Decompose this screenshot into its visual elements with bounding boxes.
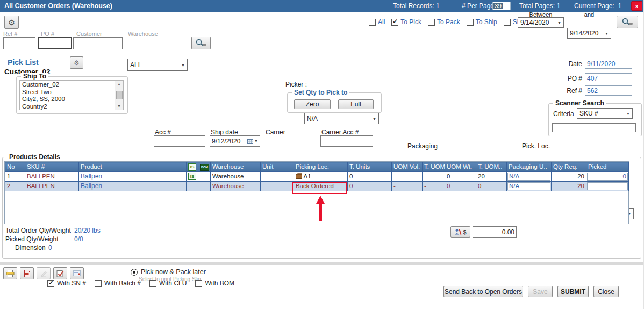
packaging-uom-box[interactable]: N/A [507, 182, 550, 190]
filter-to-ship-label[interactable]: To Ship [476, 18, 497, 26]
date-to-select[interactable]: 9/14/2020▼ [567, 28, 611, 39]
is-icon: IS [188, 163, 196, 171]
amount-input[interactable]: 0.00 [473, 226, 517, 238]
full-button[interactable]: Full [338, 99, 374, 109]
check-document-icon [56, 270, 64, 277]
product-link[interactable]: Ballpen [81, 173, 102, 180]
col-bom: BOM [198, 162, 211, 172]
charges-button[interactable]: $ [450, 226, 470, 238]
bom-icon: BOM [200, 164, 209, 171]
per-page-input[interactable]: 39 [492, 2, 511, 10]
acc-input[interactable] [154, 135, 205, 147]
scrollbar-thumb[interactable] [116, 91, 123, 99]
close-window-button[interactable]: x [631, 1, 642, 11]
po-filter-label: PO # [41, 31, 54, 37]
filter-to-pick-label[interactable]: To Pick [400, 18, 421, 26]
warehouse-select[interactable]: ALL▼ [127, 59, 188, 71]
with-bom-checkbox[interactable] [195, 280, 202, 287]
settings-button[interactable]: ⚙ [4, 16, 19, 29]
search-icon [195, 39, 207, 47]
customer-filter-input[interactable] [73, 37, 123, 49]
warehouse-filter-label: Warehouse [128, 31, 158, 37]
and-label: and [567, 11, 611, 18]
date-from-select[interactable]: 9/14/2020▼ [518, 17, 564, 28]
email-button[interactable] [70, 267, 84, 279]
filter-all: All [369, 18, 385, 26]
cell-unit [261, 171, 294, 181]
chevron-down-icon: ▼ [557, 21, 561, 25]
zero-button[interactable]: Zero [294, 99, 331, 109]
order-po-label: PO # [556, 75, 582, 82]
col-t-units: T. Units [348, 162, 392, 172]
filter-shipped-checkbox[interactable] [504, 19, 511, 26]
picker-select[interactable]: N/A▼ [304, 113, 379, 124]
order-po-input[interactable]: 407 [585, 73, 632, 83]
pdf-export-button[interactable] [20, 267, 34, 279]
scroll-up-icon[interactable]: ▲ [117, 81, 121, 88]
cell-no: 2 [5, 181, 25, 191]
with-sn-option: With SN # [47, 279, 86, 287]
with-clu-checkbox[interactable] [149, 280, 156, 287]
products-details-legend: Products Details [7, 153, 62, 161]
packaging-uom-box[interactable]: N/A [507, 173, 550, 181]
print-picking-slip-button[interactable] [3, 267, 17, 279]
date-search-button[interactable] [617, 16, 638, 28]
scanner-search-input[interactable] [552, 123, 636, 132]
ship-to-line: City2, SS, 2000 [22, 96, 113, 103]
cell-uom-vol: - [392, 171, 423, 181]
ship-date-picker[interactable]: 9/12/2020 ▼ [210, 135, 260, 147]
signature-button[interactable] [37, 267, 51, 279]
orders-search-button[interactable] [191, 37, 211, 49]
filter-all-checkbox[interactable] [369, 19, 376, 26]
filter-to-pick-checkbox[interactable] [391, 19, 398, 26]
cell-warehouse: Warehouse [211, 171, 261, 181]
filter-to-ship-checkbox[interactable] [467, 19, 474, 26]
ref-filter-input[interactable] [3, 37, 35, 49]
picker-label: Picker : [285, 81, 307, 88]
picked-input[interactable] [587, 182, 628, 190]
pick-now-pack-later-radio[interactable] [131, 269, 138, 276]
ship-to-address-box[interactable]: Customer_02 Street Two City2, SS, 2000 C… [19, 80, 124, 110]
submit-button[interactable]: SUBMIT [557, 286, 589, 297]
cell-bom [198, 171, 211, 181]
cell-t-uom-wt: 20 [476, 171, 507, 181]
footer-toolbar [3, 267, 84, 279]
ship-to-line: Street Two [22, 89, 113, 96]
ship-to-scrollbar[interactable]: ▲ ▼ [115, 81, 123, 110]
status-filter-bar: All To Pick To Pack To Ship Shipped [369, 18, 536, 26]
col-qty-req: Qty Req. [552, 162, 586, 172]
filter-all-label[interactable]: All [378, 18, 385, 26]
with-batch-option: With Batch # [95, 279, 141, 287]
order-ref-input[interactable]: 562 [585, 85, 632, 96]
picked-input[interactable]: 0 [587, 173, 628, 181]
cell-picked: 0 [586, 171, 629, 181]
filter-to-pack-label[interactable]: To Pack [437, 18, 460, 26]
with-batch-label: With Batch # [104, 279, 141, 287]
scroll-down-icon[interactable]: ▼ [117, 103, 121, 110]
verify-pick-button[interactable] [53, 267, 67, 279]
order-date-input[interactable]: 9/11/2020 [585, 59, 632, 69]
current-page: Current Page: 1 [574, 2, 621, 10]
total-order-qty-row: Total Order Qty/Weight 20/20 lbs [5, 227, 71, 234]
cell-t-units: 0 [348, 181, 392, 191]
filter-to-pack-checkbox[interactable] [428, 19, 435, 26]
picked-qty-row: Picked Qty/Weight 0/0 [5, 235, 58, 243]
title-bar: All Customer Orders (Warehouse) Total Re… [0, 0, 644, 12]
cell-t-uom-wt: 0 [476, 181, 507, 191]
criteria-select[interactable]: SKU #▼ [577, 108, 633, 119]
with-batch-checkbox[interactable] [95, 280, 102, 287]
filter-to-pack: To Pack [428, 18, 460, 26]
chevron-down-icon: ▼ [181, 63, 185, 67]
send-back-to-open-orders-button[interactable]: Send Back to Open Orders [443, 286, 523, 297]
save-button[interactable]: Save [528, 286, 553, 297]
pick-list-settings-button[interactable]: ⚙ [70, 56, 83, 69]
po-filter-input[interactable] [38, 37, 72, 49]
with-sn-checkbox[interactable] [47, 280, 54, 287]
product-link[interactable]: Ballpen [81, 182, 102, 190]
customer-filter-label: Customer [76, 31, 102, 37]
carrier-acc-input[interactable] [320, 135, 373, 147]
all-customer-orders-window: All Customer Orders (Warehouse) Total Re… [0, 0, 644, 309]
with-sn-label: With SN # [57, 279, 86, 287]
pick-list-heading: Pick List [8, 58, 39, 67]
close-button[interactable]: Close [593, 286, 619, 297]
